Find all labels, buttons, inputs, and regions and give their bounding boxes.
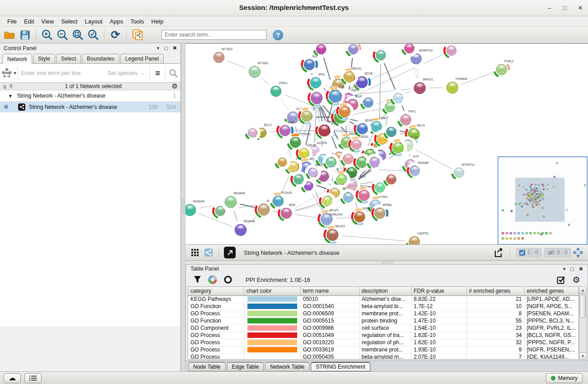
reset-charts-button[interactable] xyxy=(221,273,235,286)
menu-view[interactable]: View xyxy=(38,17,57,26)
table-row[interactable]: GO ProcessGO:0050435beta-amyloid m...2.0… xyxy=(188,353,579,360)
settings-button[interactable]: ⚙ xyxy=(569,273,583,286)
tab-network[interactable]: Network xyxy=(2,54,32,64)
menu-help[interactable]: Help xyxy=(148,17,167,26)
graph-node[interactable] xyxy=(340,189,357,206)
scrollbar-thumb[interactable] xyxy=(580,295,586,318)
navigator-button[interactable] xyxy=(572,246,584,259)
graph-node[interactable] xyxy=(318,192,336,210)
expand-all-icon[interactable]: ≫ xyxy=(8,84,14,89)
refresh-button[interactable]: ⟳ xyxy=(109,28,122,42)
scroll-down-icon[interactable]: ▼ xyxy=(579,352,586,359)
collapse-all-icon[interactable]: ≫ xyxy=(2,84,8,89)
automation-button[interactable]: ☁ xyxy=(4,373,21,383)
gear-icon[interactable]: ⚙ xyxy=(172,82,178,90)
graph-node[interactable] xyxy=(355,186,373,204)
graph-node-mthfd1l[interactable]: MTHFD1L xyxy=(450,163,475,181)
graph-node-ms4a4e[interactable]: MS4A4E xyxy=(231,220,256,239)
table-row[interactable]: GO ComponentGO:0009986cell surface1.54E-… xyxy=(188,324,579,332)
tab-boundaries[interactable]: Boundaries xyxy=(82,54,119,63)
annotation-mode-button[interactable] xyxy=(224,247,236,258)
zoom-out-button[interactable] xyxy=(56,28,69,42)
species-hint[interactable]: Set species → xyxy=(107,70,150,76)
task-history-button[interactable] xyxy=(24,373,42,383)
graph-node-mt-nd1[interactable]: MT-ND1 xyxy=(245,61,269,81)
table-row[interactable]: KEGG Pathways05010Alzheimer's dise...8.8… xyxy=(188,295,579,303)
graph-node-irs1[interactable]: IRS1 xyxy=(307,73,325,92)
string-options-button[interactable]: ≡ xyxy=(150,66,165,81)
column-header[interactable]: description xyxy=(359,287,411,295)
table-row[interactable]: GO FunctionGO:0005515protein binding1.47… xyxy=(188,317,579,324)
vertical-splitter-handle[interactable] xyxy=(182,199,184,214)
open-session-button[interactable] xyxy=(3,28,16,42)
table-scrollbar[interactable]: ▲ ▼ xyxy=(579,286,587,360)
maximize-button[interactable]: □ xyxy=(560,4,570,13)
graph-node-smug1[interactable]: SMUG1 xyxy=(410,78,433,98)
tab-node-table[interactable]: Node Table xyxy=(188,362,226,371)
column-header[interactable]: FDR p-value xyxy=(411,287,466,295)
zoom-selected-button[interactable] xyxy=(86,28,100,42)
graph-node-mt-nd2[interactable]: MT-ND2 xyxy=(210,47,233,66)
scroll-up-icon[interactable]: ▲ xyxy=(579,287,586,294)
close-panel-icon[interactable]: ✖ xyxy=(579,266,583,272)
table-row[interactable]: GO ProcessGO:0019220regulation of ph...1… xyxy=(188,339,579,346)
search-input[interactable] xyxy=(161,30,266,40)
graph-node-pvrl2[interactable]: PVRL2 xyxy=(493,60,514,79)
graph-node-tomm40[interactable]: TOMM40 xyxy=(443,77,468,97)
save-session-button[interactable] xyxy=(18,28,32,42)
graph-node[interactable] xyxy=(322,154,340,171)
string-search-button[interactable] xyxy=(165,66,180,81)
graph-node-epha5[interactable]: EPHA5 xyxy=(351,207,372,226)
graph-node-ms4a6a[interactable]: MS4A6A xyxy=(221,192,246,211)
tab-string-enrichment[interactable]: STRING Enrichment xyxy=(311,362,370,371)
graph-node-cadps2[interactable]: CADPS2 xyxy=(405,232,429,244)
close-panel-icon[interactable]: ✖ xyxy=(173,45,177,51)
minimize-button[interactable]: – xyxy=(545,4,555,13)
graph-node[interactable] xyxy=(383,123,400,140)
grid-view-button[interactable] xyxy=(189,247,201,258)
graph-node[interactable] xyxy=(443,44,460,59)
draw-charts-button[interactable] xyxy=(206,273,219,286)
network-from-clipboard-button[interactable] xyxy=(131,28,144,42)
table-row[interactable]: GO FunctionGO:0001540beta-amyloid bi...1… xyxy=(188,303,579,310)
string-terms-input[interactable] xyxy=(18,70,107,76)
enrichment-table[interactable]: categorychart colorterm namedescriptionF… xyxy=(188,286,579,360)
graph-node[interactable] xyxy=(274,154,290,170)
menu-layout[interactable]: Layout xyxy=(81,17,106,26)
select-columns-button[interactable] xyxy=(554,273,568,286)
filter-button[interactable] xyxy=(190,273,204,286)
network-canvas[interactable]: MT-ND2MT-ND1VSNL1GAB2ADAMTS2PVRL2TOMM40S… xyxy=(185,43,588,244)
graph-node[interactable] xyxy=(372,47,389,64)
network-collection-row[interactable]: ▼ String Network - Alzheimer's disease 1 xyxy=(0,90,180,102)
menu-edit[interactable]: Edit xyxy=(20,17,38,26)
memory-button[interactable]: Memory xyxy=(546,373,583,383)
graph-node[interactable] xyxy=(298,107,316,125)
tab-network-table[interactable]: Network Table xyxy=(265,362,309,371)
graph-node[interactable] xyxy=(336,103,354,121)
vertical-splitter[interactable] xyxy=(181,43,185,371)
column-header[interactable]: chart color xyxy=(244,287,300,295)
panel-menu-icon[interactable]: ▾ xyxy=(157,45,160,51)
graph-node[interactable] xyxy=(360,94,377,111)
menu-tools[interactable]: Tools xyxy=(127,17,147,26)
graph-node[interactable] xyxy=(345,44,362,58)
help-button[interactable]: ? xyxy=(273,30,283,40)
tab-select[interactable]: Select xyxy=(56,54,81,63)
horizontal-splitter-handle[interactable] xyxy=(381,262,393,263)
float-panel-icon[interactable]: ▢ xyxy=(570,267,574,272)
tab-style[interactable]: Style xyxy=(33,54,55,63)
column-header[interactable]: enriched genes xyxy=(524,287,579,295)
tab-edge-table[interactable]: Edge Table xyxy=(227,362,264,371)
share-view-button[interactable] xyxy=(203,247,214,258)
birdseye-view[interactable] xyxy=(498,156,588,244)
graph-node[interactable] xyxy=(389,139,407,157)
panel-menu-icon[interactable]: ▾ xyxy=(563,266,566,272)
column-header[interactable]: # enriched genes xyxy=(466,287,524,295)
table-row[interactable]: GO ProcessGO:0006509membrane prot...1.42… xyxy=(188,310,579,317)
graph-node[interactable] xyxy=(366,154,383,171)
graph-node[interactable] xyxy=(389,89,407,107)
graph-node-vsnl1[interactable]: VSNL1 xyxy=(267,81,288,100)
graph-node-ms4a4a[interactable]: MS4A4A xyxy=(185,200,205,220)
close-button[interactable]: ✕ xyxy=(575,4,585,13)
zoom-in-button[interactable] xyxy=(40,28,54,42)
